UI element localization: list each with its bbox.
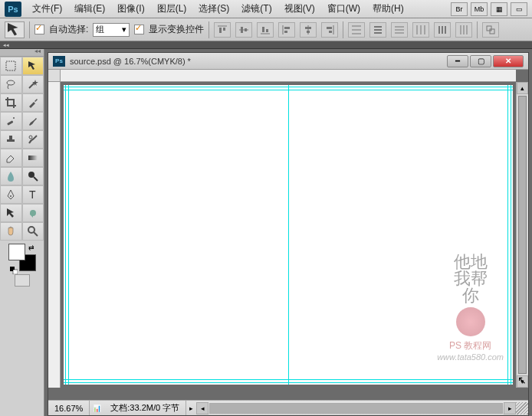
window-minimize-button[interactable]: ━ [447, 55, 468, 67]
foreground-color-swatch[interactable] [8, 244, 25, 260]
align-hcenter-icon[interactable] [300, 22, 317, 38]
arrange-icon[interactable] [482, 22, 499, 38]
swap-colors-icon[interactable]: ⇄ [28, 244, 34, 251]
scroll-right-icon[interactable]: ▸ [504, 402, 516, 414]
scroll-down-icon[interactable]: ▾ [517, 375, 528, 388]
resize-grip-icon[interactable] [516, 402, 528, 414]
blur-tool-icon[interactable] [0, 167, 22, 185]
current-tool-icon[interactable] [5, 21, 25, 38]
canvas[interactable]: 他地 我帮 你 PS 教程网 www.tata580.com [64, 85, 513, 385]
svg-rect-40 [7, 120, 13, 126]
quick-mask-icon[interactable] [15, 274, 30, 287]
menu-window[interactable]: 窗口(W) [321, 2, 366, 15]
distribute-vcenter-icon[interactable] [369, 22, 386, 38]
svg-rect-1 [219, 28, 222, 33]
pen-tool-icon[interactable] [0, 185, 22, 204]
svg-point-42 [29, 136, 32, 139]
guide-horizontal[interactable] [64, 382, 513, 383]
status-menu-icon[interactable]: 📊 [90, 405, 104, 412]
vertical-scrollbar[interactable]: ▴ ▾ [516, 82, 528, 388]
ruler-origin[interactable] [48, 70, 61, 82]
auto-select-dropdown[interactable]: 组 ▾ [93, 23, 130, 37]
scroll-left-icon[interactable]: ◂ [196, 402, 209, 414]
guide-horizontal[interactable] [64, 379, 513, 380]
align-top-icon[interactable] [214, 22, 231, 38]
hand-tool-icon[interactable] [0, 222, 22, 241]
distribute-hcenter-icon[interactable] [434, 22, 451, 38]
bridge-button[interactable]: Br [451, 2, 468, 16]
default-colors-icon[interactable] [10, 264, 18, 271]
zoom-tool-icon[interactable] [22, 222, 44, 241]
status-flyout-icon[interactable]: ▸ [186, 405, 196, 412]
tabbar-collapse-icon[interactable]: ◂◂ [3, 42, 9, 48]
guide-vertical[interactable] [68, 85, 69, 385]
svg-rect-43 [28, 156, 38, 160]
align-right-icon[interactable] [321, 22, 338, 38]
align-vcenter-icon[interactable] [235, 22, 252, 38]
vertical-ruler[interactable] [48, 82, 61, 388]
watermark-text: 你 [437, 287, 504, 304]
window-maximize-button[interactable]: ▢ [470, 55, 491, 67]
guide-vertical[interactable] [511, 85, 511, 385]
scroll-up-icon[interactable]: ▴ [517, 82, 528, 94]
distribute-right-icon[interactable] [455, 22, 472, 38]
menu-help[interactable]: 帮助(H) [366, 2, 410, 15]
watermark-label: PS 教程网 [437, 339, 504, 352]
brush-tool-icon[interactable] [22, 112, 44, 130]
guide-horizontal[interactable] [64, 87, 513, 87]
document-tab-bar: ◂◂ [0, 41, 532, 49]
menu-file[interactable]: 文件(F) [26, 2, 68, 15]
svg-rect-30 [438, 26, 440, 34]
show-transform-checkbox[interactable] [134, 25, 144, 34]
guide-horizontal[interactable] [64, 90, 513, 90]
magic-wand-tool-icon[interactable] [22, 75, 44, 93]
menu-layer[interactable]: 图层(L) [151, 2, 193, 15]
menu-select[interactable]: 选择(S) [192, 2, 235, 15]
eraser-tool-icon[interactable] [0, 149, 22, 167]
distribute-top-icon[interactable] [348, 22, 365, 38]
align-bottom-icon[interactable] [257, 22, 274, 38]
svg-rect-8 [266, 29, 268, 32]
move-tool-icon[interactable] [22, 57, 44, 75]
scrollbar-thumb[interactable] [210, 404, 502, 413]
document-titlebar[interactable]: Ps source.psd @ 16.7%(CMYK/8) * ━ ▢ ✕ [48, 53, 528, 70]
scrollbar-thumb[interactable] [518, 96, 527, 374]
horizontal-ruler[interactable] [61, 70, 516, 82]
history-brush-tool-icon[interactable] [22, 130, 44, 149]
align-left-icon[interactable] [278, 22, 295, 38]
auto-select-checkbox[interactable] [34, 25, 44, 34]
guide-vertical[interactable] [288, 85, 289, 385]
minibridge-button[interactable]: Mb [471, 2, 488, 16]
canvas-viewport[interactable]: 他地 我帮 你 PS 教程网 www.tata580.com [61, 82, 516, 388]
menu-image[interactable]: 图像(I) [111, 2, 150, 15]
window-close-button[interactable]: ✕ [493, 55, 524, 67]
menu-edit[interactable]: 编辑(E) [68, 2, 111, 15]
distribute-left-icon[interactable] [412, 22, 429, 38]
svg-rect-14 [307, 31, 310, 33]
workspace: T ⇄ Ps source.psd @ 16.7%(CMYK/8) * [0, 49, 532, 416]
menubar-extra-icon[interactable]: ▦ [491, 2, 507, 16]
healing-brush-tool-icon[interactable] [0, 112, 22, 130]
zoom-level[interactable]: 16.67% [48, 401, 90, 415]
document-window: Ps source.psd @ 16.7%(CMYK/8) * ━ ▢ ✕ [48, 52, 529, 416]
type-tool-icon[interactable]: T [22, 185, 44, 204]
menu-filter[interactable]: 滤镜(T) [235, 2, 277, 15]
eyedropper-tool-icon[interactable] [22, 93, 44, 112]
dodge-tool-icon[interactable] [22, 167, 44, 185]
guide-vertical[interactable] [507, 85, 508, 385]
screen-mode-icon[interactable]: ▭ [511, 2, 527, 16]
horizontal-scrollbar[interactable]: ◂ ▸ [196, 402, 516, 414]
distribute-bottom-icon[interactable] [391, 22, 408, 38]
shape-tool-icon[interactable] [22, 204, 44, 222]
scrollbar-track[interactable] [209, 403, 503, 414]
guide-vertical[interactable] [65, 85, 66, 385]
crop-tool-icon[interactable] [0, 93, 22, 112]
tools-panel-header[interactable] [0, 49, 44, 57]
gradient-tool-icon[interactable] [22, 149, 44, 167]
document-info[interactable]: 文档:33.2M/0 字节 [104, 401, 186, 415]
stamp-tool-icon[interactable] [0, 130, 22, 149]
path-selection-tool-icon[interactable] [0, 204, 22, 222]
menu-view[interactable]: 视图(V) [278, 2, 321, 15]
marquee-tool-icon[interactable] [0, 57, 22, 75]
lasso-tool-icon[interactable] [0, 75, 22, 93]
